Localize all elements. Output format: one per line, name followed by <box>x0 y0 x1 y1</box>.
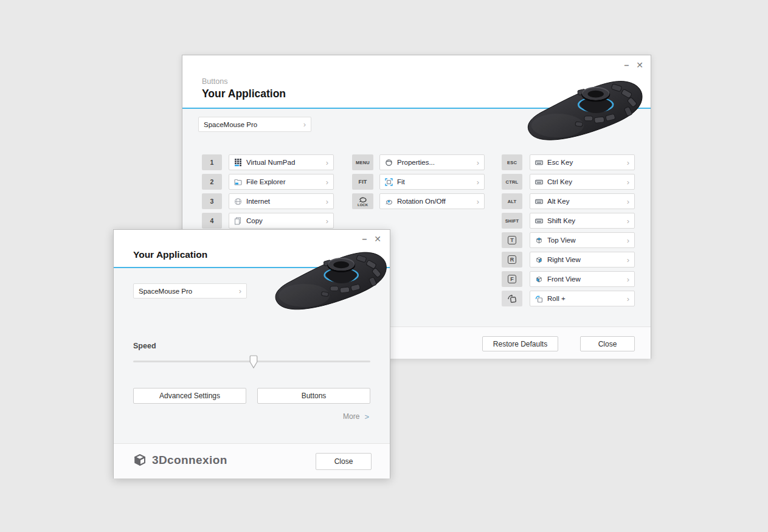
chevron-right-icon: › <box>239 287 241 295</box>
close-button[interactable]: Close <box>316 453 372 470</box>
chevron-right-icon: > <box>364 413 369 421</box>
action-button-properties[interactable]: Properties... › <box>379 154 485 170</box>
chevron-right-icon: › <box>477 159 479 167</box>
device-key-menu: MENU <box>352 154 373 170</box>
more-link[interactable]: More > <box>343 412 369 421</box>
action-button-file-explorer[interactable]: File Explorer › <box>229 174 334 190</box>
minimize-icon[interactable]: – <box>362 235 367 243</box>
folder-icon <box>234 178 242 186</box>
chevron-right-icon: › <box>477 198 479 206</box>
main-settings-window: – ✕ Your Application SpaceMouse Pro › Sp… <box>113 229 390 478</box>
keyboard-icon <box>535 178 543 186</box>
action-button-shift-key[interactable]: Shift Key › <box>530 213 635 229</box>
chevron-right-icon: › <box>627 275 629 283</box>
slider-thumb[interactable] <box>249 355 258 370</box>
spacemouse-image <box>523 77 648 148</box>
dialog-footer: 3Dconnexion Close <box>114 443 390 478</box>
chevron-right-icon: › <box>477 178 479 186</box>
cube-front-view-icon <box>535 275 543 283</box>
buttons-button[interactable]: Buttons <box>257 388 370 404</box>
fit-icon <box>385 178 393 186</box>
action-button-copy[interactable]: Copy › <box>229 213 334 229</box>
cube-top-view-icon <box>535 237 543 244</box>
roll-plus-icon <box>535 295 543 303</box>
chevron-right-icon: › <box>627 295 629 303</box>
device-key-t: T <box>502 232 522 248</box>
page-title: Your Application <box>133 249 207 260</box>
device-key-ctrl: CTRL <box>502 174 522 190</box>
copy-icon <box>234 217 242 225</box>
keyboard-icon <box>535 159 543 167</box>
close-icon[interactable]: ✕ <box>636 61 643 69</box>
chevron-right-icon: › <box>326 159 328 167</box>
chevron-right-icon: › <box>627 159 629 167</box>
action-button-ctrl-key[interactable]: Ctrl Key › <box>530 174 635 190</box>
cube-right-view-icon <box>535 256 543 264</box>
minimize-icon[interactable]: – <box>624 61 629 69</box>
action-button-rotation-onoff[interactable]: Rotation On/Off › <box>379 193 485 209</box>
action-button-roll-plus[interactable]: Roll + › <box>530 291 635 306</box>
chevron-right-icon: › <box>627 178 629 186</box>
spacemouse-image <box>271 247 392 319</box>
device-key-fit: FIT <box>352 174 373 190</box>
properties-icon <box>385 159 393 167</box>
action-button-right-view[interactable]: Right View › <box>530 252 635 268</box>
action-button-internet[interactable]: Internet › <box>229 193 334 209</box>
device-key-3: 3 <box>202 193 222 209</box>
close-icon[interactable]: ✕ <box>374 235 381 243</box>
device-key-f: F <box>502 271 522 287</box>
speed-slider[interactable] <box>133 358 370 366</box>
chevron-right-icon: › <box>627 237 629 244</box>
device-key-4: 4 <box>202 213 222 229</box>
chevron-right-icon: › <box>326 178 328 186</box>
page-title: Your Application <box>202 88 286 100</box>
chevron-right-icon: › <box>627 198 629 206</box>
restore-defaults-button[interactable]: Restore Defaults <box>482 336 558 351</box>
device-key-rotation-lock: LOCK <box>352 193 373 209</box>
brand-logo: 3Dconnexion <box>132 452 227 468</box>
device-select[interactable]: SpaceMouse Pro › <box>198 117 311 132</box>
device-key-esc: ESC <box>502 154 522 170</box>
device-key-roll <box>502 291 522 306</box>
rotation-icon <box>385 198 393 206</box>
action-button-top-view[interactable]: Top View › <box>530 232 635 248</box>
action-button-virtual-numpad[interactable]: Virtual NumPad › <box>229 154 334 170</box>
action-button-esc-key[interactable]: Esc Key › <box>530 154 635 170</box>
device-key-1: 1 <box>202 154 222 170</box>
chevron-right-icon: › <box>627 256 629 264</box>
globe-icon <box>234 198 242 206</box>
device-key-shift: SHIFT <box>502 213 522 229</box>
device-key-r: R <box>502 252 522 268</box>
chevron-right-icon: › <box>326 217 328 225</box>
chevron-right-icon: › <box>303 120 306 128</box>
close-button[interactable]: Close <box>580 336 635 351</box>
action-button-alt-key[interactable]: Alt Key › <box>530 193 635 209</box>
keyboard-icon <box>535 217 543 225</box>
chevron-right-icon: › <box>627 217 629 225</box>
breadcrumb: Buttons <box>202 77 227 86</box>
numpad-icon <box>234 159 242 167</box>
roll-key-icon <box>507 294 517 303</box>
device-key-2: 2 <box>202 174 222 190</box>
3dconnexion-cube-icon <box>132 452 148 468</box>
keyboard-icon <box>535 198 543 206</box>
device-key-alt: ALT <box>502 193 522 209</box>
device-select[interactable]: SpaceMouse Pro › <box>133 283 247 299</box>
chevron-right-icon: › <box>326 198 328 206</box>
advanced-settings-button[interactable]: Advanced Settings <box>133 388 246 404</box>
action-button-fit[interactable]: Fit › <box>379 174 485 190</box>
speed-label: Speed <box>133 342 156 350</box>
rotation-lock-icon <box>359 196 367 203</box>
action-button-front-view[interactable]: Front View › <box>530 271 635 287</box>
